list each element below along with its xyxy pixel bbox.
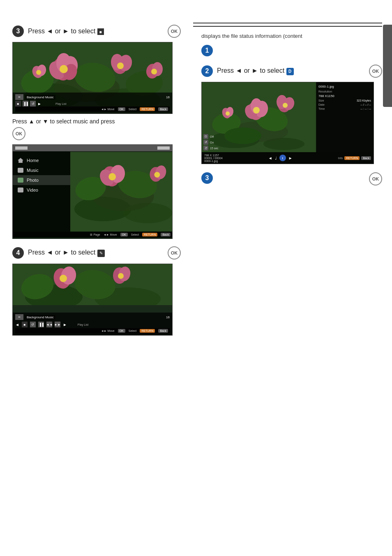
screen1-status-bar: ◄► Move OK Select RETURN Back bbox=[15, 107, 170, 112]
bg-music-label-3: Background Music bbox=[25, 315, 55, 320]
ok-row: OK bbox=[12, 127, 181, 140]
svg-point-6 bbox=[224, 127, 261, 144]
menu-thumb-svg bbox=[70, 151, 172, 232]
video-icon bbox=[18, 188, 23, 192]
menu-top-bar bbox=[13, 145, 172, 151]
ok-icon-step3-right: OK bbox=[369, 172, 382, 185]
select-square-icon: ■ bbox=[97, 28, 104, 35]
size-label: Size bbox=[318, 99, 324, 102]
timer-icon: ⏱ bbox=[203, 146, 208, 151]
timer-label: 15 sec bbox=[210, 147, 219, 150]
move-nav: ◄► Move bbox=[104, 233, 117, 236]
step4-row: 4 Press ◄ or ► to select ✎ OK bbox=[12, 246, 181, 259]
menu-body: Home Music Photo Video bbox=[13, 151, 172, 232]
info-screen-bottom: 788 X 1157 00001 / 00004 0000-1.jpg ◄ ♩ … bbox=[202, 152, 374, 164]
step4-instruction: Press ◄ or ► to select ✎ bbox=[28, 249, 105, 257]
size-value: 323 Kbytes bbox=[357, 99, 371, 102]
stop-icon: ■ bbox=[15, 101, 21, 107]
left-column: 3 Press ◄ or ► to select ■ OK bbox=[12, 25, 181, 336]
prev-track-btn: ◄◄ bbox=[46, 322, 52, 327]
ok-icon-press: OK bbox=[12, 127, 25, 140]
music-label: Music bbox=[27, 168, 39, 173]
right-column: displays the file status information (co… bbox=[201, 33, 382, 185]
top-rules bbox=[193, 23, 382, 29]
info-screen: 0000-1.jpg Resolution 788 X1150 Size 323… bbox=[201, 82, 374, 164]
photo-icon bbox=[18, 178, 23, 183]
sidebar-tab bbox=[383, 25, 392, 107]
stop-btn: ■ bbox=[22, 322, 28, 327]
svg-point-18 bbox=[226, 111, 230, 116]
bg-music-label: Background Music bbox=[25, 95, 55, 100]
home-icon bbox=[18, 158, 23, 163]
play-list-label-3: Play List bbox=[78, 323, 88, 326]
photo-label: Photo bbox=[27, 178, 39, 183]
return-btn-menu[interactable]: RETURN bbox=[142, 233, 157, 236]
step4-circle: 4 bbox=[12, 247, 24, 259]
play-list-label: Play List bbox=[55, 102, 66, 105]
screen3: ▪▪ Background Music 16 ◄ ■ ↺ ▐▐ ◄◄ ►► ► … bbox=[12, 264, 173, 336]
home-label: Home bbox=[27, 158, 39, 163]
thumb-icon-3: ▪▪ bbox=[15, 314, 23, 320]
ok-icon-step2: OK bbox=[369, 65, 382, 78]
step1-circle: 1 bbox=[201, 45, 213, 56]
select-d-icon: D bbox=[286, 68, 294, 75]
repeat-btn: ↺ bbox=[30, 322, 36, 327]
track-num: 16 bbox=[166, 95, 170, 99]
svg-point-51 bbox=[108, 173, 116, 181]
select-pencil-icon: ✎ bbox=[97, 250, 105, 257]
icon-row-1: ⊡ Off bbox=[203, 134, 219, 139]
step3-right: 3 OK bbox=[201, 172, 382, 185]
file-name: 0000-1.jpg bbox=[318, 85, 371, 88]
menu-item-music[interactable]: Music bbox=[13, 165, 70, 175]
svg-point-11 bbox=[253, 107, 260, 114]
info-bottom-left: 788 X 1157 00001 / 00004 0000-1.jpg bbox=[204, 154, 223, 162]
select-menu-label: Select bbox=[131, 233, 139, 236]
svg-point-31 bbox=[60, 65, 68, 73]
press-text-content: Press ▲ or ▼ to select music and press bbox=[12, 118, 115, 125]
svg-point-65 bbox=[118, 273, 124, 279]
back-btn-s1[interactable]: Back bbox=[158, 107, 168, 111]
screen1: ▪▪ Background Music 16 ■ ▐▐ ↺ ► Play Lis… bbox=[12, 42, 173, 114]
menu-screen-inner: Home Music Photo Video bbox=[13, 145, 172, 239]
ok-select-btn[interactable]: OK bbox=[118, 107, 125, 111]
repeat-icon: ↺ bbox=[203, 140, 208, 145]
track-num-3: 16 bbox=[166, 315, 170, 319]
resolution-value: 788 X1150 bbox=[318, 94, 371, 98]
step3-row: 3 Press ◄ or ► to select ■ OK bbox=[12, 25, 181, 38]
pause-icon: ▐▐ bbox=[23, 101, 28, 107]
back-btn-menu[interactable]: Back bbox=[161, 233, 171, 236]
thumb-icon: ▪▪ bbox=[15, 94, 23, 100]
overlay-top: ▪▪ Background Music 16 bbox=[15, 94, 170, 100]
screen1-overlay: ▪▪ Background Music 16 ■ ▐▐ ↺ ► Play Lis… bbox=[13, 93, 172, 114]
menu-item-home[interactable]: Home bbox=[13, 155, 70, 165]
time-row: Time -- : -- : -- bbox=[318, 107, 371, 110]
next-btn: ► bbox=[63, 322, 67, 327]
icon-row-2: ↺ On bbox=[203, 140, 219, 145]
select-label-3: Select bbox=[129, 329, 136, 332]
back-btn-s3[interactable]: Back bbox=[158, 329, 168, 333]
nav-left-arrow: ◄ bbox=[268, 156, 272, 160]
ok-icon-step3: OK bbox=[168, 25, 181, 38]
menu-screen: Home Music Photo Video bbox=[12, 144, 173, 239]
step2-instruction: Press ◄ or ► to select D bbox=[217, 67, 294, 75]
menu-item-video[interactable]: Video bbox=[13, 185, 70, 195]
return-btn[interactable]: RETURN bbox=[344, 156, 360, 160]
info-text: displays the file status information (co… bbox=[201, 33, 382, 39]
repeat-ctrl-icon: ↺ bbox=[30, 101, 36, 107]
dimensions-text: 788 X 1157 bbox=[204, 154, 223, 157]
info-button[interactable]: i bbox=[279, 155, 286, 161]
play-nav-right: ► bbox=[37, 102, 42, 106]
icon-row-3: ⏱ 15 sec bbox=[203, 146, 219, 151]
menu-item-photo[interactable]: Photo bbox=[13, 175, 70, 185]
menu-status-bar: ⊞ Page ◄► Move OK Select RETURN Back bbox=[13, 232, 172, 237]
return-btn-s3[interactable]: RETURN bbox=[140, 329, 155, 333]
menu-list: Home Music Photo Video bbox=[13, 151, 70, 232]
back-btn-info[interactable]: Back bbox=[361, 156, 371, 160]
svg-point-62 bbox=[60, 275, 67, 282]
ok-select-menu[interactable]: OK bbox=[120, 233, 128, 236]
menu-thumbnail bbox=[70, 151, 172, 232]
ok-select-btn-3[interactable]: OK bbox=[118, 329, 125, 333]
date-label: Date bbox=[318, 103, 325, 106]
return-btn-s1[interactable]: RETURN bbox=[140, 107, 155, 111]
screen3-top-svg bbox=[13, 264, 173, 305]
